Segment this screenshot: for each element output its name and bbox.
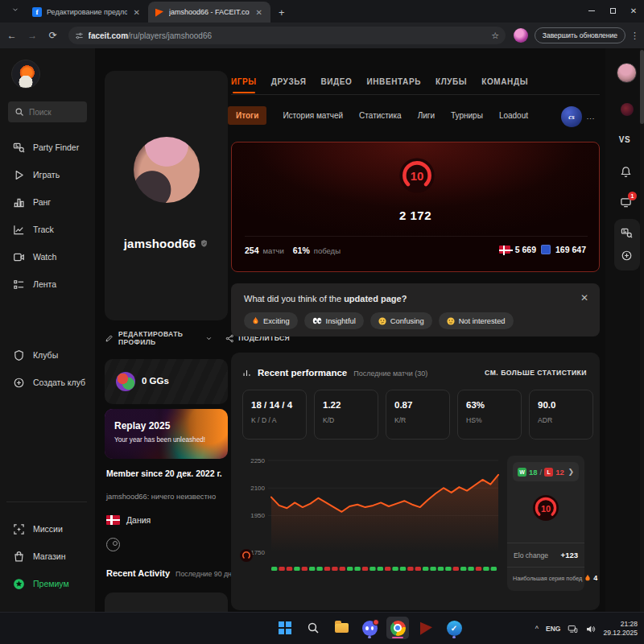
performance-header: Recent performance Последние матчи (30) (242, 367, 427, 378)
subtab-loadout[interactable]: Loadout (499, 111, 528, 120)
clock[interactable]: 21:28 29.12.2025 (603, 620, 638, 638)
address-bar[interactable]: faceit.com/ru/players/jamshood66 ☆ (68, 27, 506, 44)
see-more-stats-link[interactable]: СМ. БОЛЬШЕ СТАТИСТИКИ (485, 369, 587, 377)
party-finder-icon (13, 142, 25, 154)
edit-profile-button[interactable]: РЕДАКТИРОВАТЬ ПРОФИЛЬ (105, 330, 213, 346)
replay-2025-banner[interactable]: Replay 2025 Your year has been unleashed… (105, 409, 228, 459)
tab-search-chevron-icon[interactable] (11, 6, 19, 14)
wins-count: 18 (529, 468, 538, 477)
profile-avatar[interactable] (134, 137, 200, 203)
network-icon[interactable] (568, 624, 578, 634)
browser-tab[interactable]: fРедактирование предложени✕ (26, 2, 148, 23)
windows-start-icon[interactable] (274, 617, 296, 639)
tab-друзья[interactable]: ДРУЗЬЯ (271, 77, 307, 93)
replay-title: Replay 2025 (114, 420, 170, 431)
steam-icon[interactable] (106, 538, 120, 551)
cs2-game-icon[interactable]: cs (561, 106, 582, 127)
party-finder-icon[interactable] (621, 227, 633, 239)
faceit-logo[interactable] (11, 60, 40, 89)
sidebar-item-party-finder[interactable]: Party Finder (0, 134, 95, 161)
ggs-card[interactable]: 0 GGs (105, 359, 228, 404)
hidden-icons-chevron[interactable]: ^ (535, 625, 539, 633)
create-club-icon (13, 377, 25, 389)
country-rank: 5 669 (515, 245, 536, 254)
file-explorer-icon[interactable] (330, 617, 353, 639)
bookmark-star-icon[interactable]: ☆ (491, 31, 499, 41)
chat-notification-badge: 1 (628, 192, 637, 200)
tab-игры[interactable]: ИГРЫ (231, 77, 257, 93)
eyes-icon (312, 317, 322, 324)
clock-time: 21:28 (603, 620, 638, 629)
feedback-option-confusing[interactable]: Confusing (370, 312, 432, 329)
winrate-value: 61% (293, 246, 310, 255)
feedback-banner: What did you think of the updated page? … (231, 283, 600, 336)
url-text: faceit.com/ru/players/jamshood66 (89, 31, 487, 40)
browser-menu-icon[interactable]: ⋮ (630, 31, 639, 41)
subtab-турниры[interactable]: Турниры (451, 111, 483, 120)
discord-icon[interactable] (358, 617, 381, 639)
subtab-лиги[interactable]: Лиги (418, 111, 435, 120)
sidebar-item-лента[interactable]: Лента (0, 270, 95, 298)
steam-icon[interactable]: ✓ (443, 617, 465, 639)
taskbar-search-icon[interactable] (302, 617, 324, 639)
tab-клубы[interactable]: КЛУБЫ (436, 77, 467, 93)
page-scrollbar[interactable] (640, 48, 644, 612)
faceit-app-icon[interactable] (415, 617, 437, 639)
rail-user-avatar[interactable] (617, 63, 637, 83)
sidebar-item-ранг[interactable]: Ранг (0, 188, 95, 216)
reload-button[interactable]: ⟳ (44, 27, 62, 44)
browser-profile-avatar[interactable] (514, 28, 528, 43)
feedback-option-insightful[interactable]: Insightful (304, 312, 364, 329)
feedback-option-exciting[interactable]: Exciting (244, 312, 298, 329)
minimize-button[interactable] (581, 0, 602, 21)
chrome-update-button[interactable]: Завершить обновление (535, 27, 625, 43)
volume-icon[interactable] (585, 624, 596, 634)
back-button[interactable]: ← (3, 27, 21, 44)
rail-club-icon[interactable] (621, 103, 634, 116)
close-button[interactable]: ✕ (623, 0, 644, 21)
sidebar-item-играть[interactable]: Играть (0, 161, 95, 188)
tab-close-icon[interactable]: ✕ (132, 8, 142, 17)
tab-видео[interactable]: ВИДЕО (320, 77, 352, 93)
sidebar-item-track[interactable]: Track (0, 216, 95, 243)
shop-icon (13, 551, 25, 563)
sidebar-group-bottom: МиссииМагазинПремиум (0, 515, 95, 597)
sidebar-item-магазин[interactable]: Магазин (0, 543, 95, 570)
sidebar-item-клубы[interactable]: Клубы (0, 341, 95, 369)
losses-count: 12 (555, 468, 564, 477)
sidebar-item-создать-клуб[interactable]: Создать клуб (0, 369, 95, 396)
feedback-option-not-interested[interactable]: Not interested (439, 312, 514, 329)
win-loss-box[interactable]: W 18 / L 12 ❯ (513, 462, 579, 481)
sidebar-item-миссии[interactable]: Миссии (0, 515, 95, 543)
tab-инвентарь[interactable]: ИНВЕНТАРЬ (366, 77, 420, 93)
search-input[interactable] (29, 108, 77, 117)
browser-tab[interactable]: jamshood66 - FACEIT.com✕ (148, 2, 270, 23)
subtab-история-матчей[interactable]: История матчей (283, 111, 343, 120)
chevron-right-icon: ❯ (568, 468, 574, 476)
site-controls-icon[interactable] (75, 31, 84, 40)
faceit-level-icon: 10 (398, 157, 436, 194)
language-indicator[interactable]: ENG (546, 625, 560, 633)
subtab-итоги[interactable]: Итоги (228, 106, 266, 125)
scrollbar-thumb[interactable] (640, 50, 644, 124)
chrome-icon[interactable] (386, 617, 409, 639)
sidebar-item-премиум[interactable]: Премиум (0, 570, 95, 597)
pencil-icon (105, 334, 114, 343)
profile-name: jamshood66 (124, 237, 196, 250)
tab-команды[interactable]: КОМАНДЫ (481, 77, 528, 93)
forward-button[interactable]: → (24, 27, 42, 44)
sidebar-search[interactable] (8, 101, 87, 122)
maximize-button[interactable] (602, 0, 623, 21)
more-games-button[interactable]: ... (584, 111, 597, 122)
missions-icon (13, 523, 25, 535)
vs-label[interactable]: VS (605, 135, 644, 144)
browser-tabstrip: fРедактирование предложени✕jamshood66 - … (0, 0, 644, 23)
sidebar-item-watch[interactable]: Watch (0, 243, 95, 270)
new-tab-button[interactable]: + (279, 5, 285, 19)
bell-icon[interactable] (620, 166, 632, 178)
add-party-icon[interactable] (621, 250, 633, 262)
sidebar-group-clubs: КлубыСоздать клуб (0, 341, 95, 396)
tab-close-icon[interactable]: ✕ (254, 8, 264, 17)
subtab-статистика[interactable]: Статистика (359, 111, 402, 120)
feedback-close-icon[interactable]: ✕ (580, 292, 588, 303)
